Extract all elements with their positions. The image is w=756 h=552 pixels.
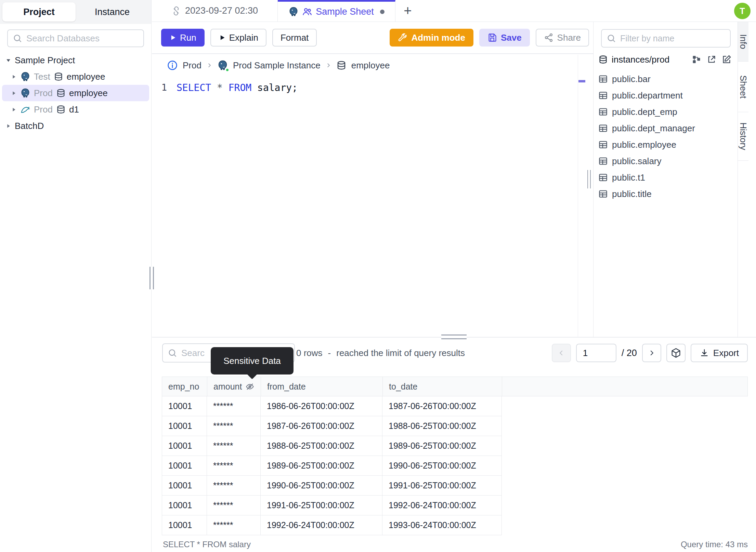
cell-from-date[interactable]: 1989-06-25T00:00:00Z [261,456,382,476]
column-header-amount[interactable]: amount [207,377,261,396]
database-search-input[interactable] [26,33,139,44]
cell-emp-no[interactable]: 10001 [162,416,207,436]
save-button[interactable]: Save [479,29,530,47]
cell-to-date[interactable]: 1990-06-25T00:00:00Z [382,456,502,476]
rail-tab-history[interactable]: History [738,112,748,161]
table-item[interactable]: public.employee [594,136,738,153]
table-row[interactable]: 10001******1990-06-25T00:00:00Z1991-06-2… [162,476,748,496]
table-icon [598,123,608,133]
column-header-emp-no[interactable]: emp_no [162,377,207,396]
cell-amount[interactable]: ****** [207,496,261,515]
user-avatar[interactable]: T [734,3,751,19]
cell-from-date[interactable]: 1991-06-25T00:00:00Z [261,496,382,515]
column-header-to-date[interactable]: to_date [383,377,502,396]
tab-project[interactable]: Project [2,2,76,22]
breadcrumb-database[interactable]: employee [351,60,390,71]
format-button[interactable]: Format [272,29,317,47]
cell-emp-no[interactable]: 10001 [162,496,207,515]
caret-down-icon [5,57,11,63]
tree-item-test-employee[interactable]: Test employee [2,68,149,85]
cell-from-date[interactable]: 1992-06-24T00:00:00Z [261,515,382,535]
column-header-from-date[interactable]: from_date [261,377,383,396]
edit-icon[interactable] [722,55,731,64]
cell-to-date[interactable]: 1991-06-25T00:00:00Z [382,476,502,496]
export-button[interactable]: Export [691,344,748,362]
line-number: 1 [152,82,177,93]
table-item[interactable]: public.salary [594,153,738,169]
cell-amount[interactable]: ****** [207,436,261,456]
instance-actions [692,55,731,64]
tree-project-label: BatchD [15,121,44,131]
schema-diagram-icon[interactable] [692,55,701,64]
table-item[interactable]: public.bar [594,71,738,87]
cell-emp-no[interactable]: 10001 [162,456,207,476]
next-page-button[interactable] [642,344,661,362]
tab-history-sheet[interactable]: 2023-09-27 02:30 [152,0,278,22]
table-filter-input[interactable] [620,34,725,43]
share-button[interactable]: Share [536,29,589,47]
table-item[interactable]: public.dept_manager [594,120,738,136]
cell-amount[interactable]: ****** [207,515,261,535]
sql-text: salary; [251,82,298,93]
cell-to-date[interactable]: 1993-06-24T00:00:00Z [382,515,502,535]
tree-item-sample-project[interactable]: Sample Project [0,52,151,68]
sidebar-resize-handle[interactable] [149,267,154,289]
database-icon [56,105,66,114]
cell-to-date[interactable]: 1987-06-26T00:00:00Z [382,396,502,416]
table-row[interactable]: 10001******1991-06-25T00:00:00Z1992-06-2… [162,496,748,515]
cell-to-date[interactable]: 1989-06-25T00:00:00Z [382,436,502,456]
table-item[interactable]: public.title [594,186,738,202]
run-button[interactable]: Run [161,29,205,47]
cell-amount[interactable]: ****** [207,416,261,436]
rail-tab-info[interactable]: Info [738,22,748,62]
admin-mode-button[interactable]: Admin mode [390,29,473,47]
table-item-label: public.title [612,189,652,199]
cell-to-date[interactable]: 1988-06-25T00:00:00Z [382,416,502,436]
schema-cube-button[interactable] [666,344,686,362]
database-search[interactable] [7,29,144,47]
cell-emp-no[interactable]: 10001 [162,436,207,456]
table-row[interactable]: 10001******1987-06-26T00:00:00Z1988-06-2… [162,416,748,436]
tree-item-prod-d1[interactable]: Prod d1 [2,101,149,118]
table-row[interactable]: 10001******1988-06-25T00:00:00Z1989-06-2… [162,436,748,456]
sql-editor[interactable]: 1SELECT * FROM salary; [152,77,593,93]
tab-sample-sheet-active[interactable]: Sample Sheet [278,0,395,22]
table-row[interactable]: 10001******1986-06-26T00:00:00Z1987-06-2… [162,396,748,416]
column-header-filler [502,377,747,396]
breadcrumb-instance[interactable]: Prod Sample Instance [233,60,321,71]
panel-resize-handle[interactable] [441,334,467,339]
prev-page-button[interactable] [552,344,571,362]
unsaved-dot [380,10,384,14]
rail-tab-sheet[interactable]: Sheet [738,62,748,112]
postgres-icon [288,6,299,17]
tree-item-batchd[interactable]: BatchD [0,118,151,134]
table-item[interactable]: public.department [594,87,738,104]
cell-amount[interactable]: ****** [207,476,261,496]
external-link-icon[interactable] [707,55,716,64]
table-filter[interactable] [601,29,731,48]
cell-from-date[interactable]: 1986-06-26T00:00:00Z [261,396,382,416]
cell-to-date[interactable]: 1992-06-24T00:00:00Z [382,496,502,515]
cell-emp-no[interactable]: 10001 [162,515,207,535]
info-icon[interactable] [167,60,178,71]
table-item[interactable]: public.t1 [594,169,738,186]
table-row[interactable]: 10001******1989-06-25T00:00:00Z1990-06-2… [162,456,748,476]
explain-button[interactable]: Explain [210,29,266,47]
tree-item-prod-employee[interactable]: Prod employee [2,85,149,101]
tooltip-text: Sensitive Data [223,356,281,366]
cell-from-date[interactable]: 1988-06-25T00:00:00Z [261,436,382,456]
cell-emp-no[interactable]: 10001 [162,396,207,416]
breadcrumb-env[interactable]: Prod [183,60,201,71]
cell-from-date[interactable]: 1987-06-26T00:00:00Z [261,416,382,436]
cell-amount[interactable]: ****** [207,456,261,476]
tab-instance[interactable]: Instance [76,2,149,22]
table-item[interactable]: public.dept_emp [594,104,738,120]
cell-amount[interactable]: ****** [207,396,261,416]
table-row[interactable]: 10001******1992-06-24T00:00:00Z1993-06-2… [162,515,748,535]
cell-from-date[interactable]: 1990-06-25T00:00:00Z [261,476,382,496]
cell-emp-no[interactable]: 10001 [162,476,207,496]
schema-sidebar-resize-handle[interactable] [587,170,591,188]
page-number-input[interactable] [576,344,616,362]
new-tab-button[interactable]: + [395,0,420,22]
instance-online-dot [225,68,230,72]
